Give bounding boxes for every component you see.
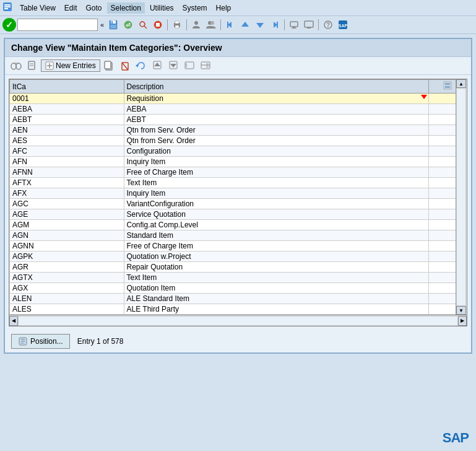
svg-rect-29 <box>305 21 313 27</box>
svg-text:SAP: SAP <box>339 24 348 28</box>
svg-point-17 <box>194 21 198 25</box>
cell-itca: AES <box>10 136 124 146</box>
table-row[interactable]: AGNStandard Item <box>10 230 467 241</box>
svg-rect-30 <box>307 27 311 28</box>
copy-button[interactable] <box>102 59 116 72</box>
config-button[interactable] <box>198 59 213 72</box>
table-row[interactable]: AGEService Quotation <box>10 209 467 220</box>
menu-help[interactable]: Help <box>212 2 235 14</box>
data-table: ItCa Description 0001RequisitionAEBAAEBA… <box>9 79 467 315</box>
print-button[interactable] <box>170 18 184 32</box>
user2-button[interactable] <box>204 18 218 32</box>
check-button[interactable] <box>182 59 197 72</box>
vscroll-down[interactable]: ▼ <box>456 306 466 315</box>
position-button[interactable]: Position... <box>11 334 70 349</box>
vscrollbar: ▲ ▼ <box>456 79 467 315</box>
cell-itca: AGTX <box>10 273 124 283</box>
main-content: Change View "Maintain Item Categories": … <box>4 38 472 354</box>
screen1-button[interactable] <box>287 18 301 32</box>
sap-button[interactable]: SAP <box>336 18 350 32</box>
menu-system[interactable]: System <box>179 2 211 14</box>
cell-desc: Inquiry Item <box>124 188 428 199</box>
table-row[interactable]: AESQtn from Serv. Order <box>10 136 467 146</box>
table-row[interactable]: ALESALE Third Party <box>10 304 467 315</box>
move-up-button[interactable] <box>150 59 165 72</box>
svg-rect-25 <box>277 22 278 28</box>
cell-desc: Text Item <box>124 178 428 188</box>
next-button[interactable] <box>268 18 282 32</box>
vscroll-track[interactable] <box>456 88 466 306</box>
cell-itca: AFC <box>10 146 124 157</box>
save-button[interactable] <box>106 18 120 32</box>
up-button[interactable] <box>238 18 252 32</box>
menu-bar: Table View Edit Goto Selection Utilities… <box>0 0 476 16</box>
delete-button[interactable] <box>118 59 132 72</box>
shortcut-button[interactable]: ⏎ <box>121 18 135 32</box>
confirm-button[interactable]: ✓ <box>2 18 16 32</box>
cell-itca: AGC <box>10 199 124 209</box>
user1-button[interactable] <box>189 18 203 32</box>
sap-logo: SAP <box>443 430 469 446</box>
prev-button[interactable] <box>223 18 237 32</box>
table-row[interactable]: AGNNFree of Charge Item <box>10 241 467 252</box>
svg-rect-13 <box>156 23 160 27</box>
svg-marker-52 <box>170 64 176 68</box>
hscroll-left[interactable]: ◀ <box>9 316 18 326</box>
menu-goto[interactable]: Goto <box>82 2 106 14</box>
table-row[interactable]: AEBTAEBT <box>10 115 467 125</box>
table-row[interactable]: AENQtn from Serv. Order <box>10 125 467 136</box>
table-row[interactable]: AFNNFree of Charge Item <box>10 167 467 178</box>
hscroll-track[interactable] <box>18 316 458 326</box>
table-row[interactable]: AGMConfig.at Comp.Level <box>10 220 467 230</box>
table-row[interactable]: AGPKQuotation w.Project <box>10 252 467 262</box>
cell-itca: AEBT <box>10 115 124 125</box>
cell-desc: Free of Charge Item <box>124 167 428 178</box>
svg-rect-59 <box>445 83 450 85</box>
menu-tableview[interactable]: Table View <box>16 2 59 14</box>
svg-rect-2 <box>4 6 11 7</box>
new-entries-button[interactable]: New Entries <box>41 59 100 72</box>
col-header-itca: ItCa <box>10 80 124 94</box>
svg-rect-7 <box>110 25 116 28</box>
new-entries-label: New Entries <box>56 61 96 70</box>
svg-point-35 <box>11 63 16 69</box>
undo-button[interactable] <box>134 59 149 72</box>
binoculars-button[interactable] <box>9 59 24 72</box>
cell-itca: AGM <box>10 220 124 230</box>
svg-rect-45 <box>105 61 111 69</box>
table-row[interactable]: ALENALE Standard Item <box>10 294 467 304</box>
nav-input[interactable] <box>17 19 98 31</box>
vscroll-up[interactable]: ▲ <box>456 79 466 88</box>
document-button[interactable] <box>25 59 40 72</box>
screen2-button[interactable] <box>302 18 316 32</box>
toolbar-sep-4 <box>284 19 285 30</box>
table-row[interactable]: AFTXText Item <box>10 178 467 188</box>
svg-rect-6 <box>111 21 113 24</box>
svg-point-19 <box>210 21 214 25</box>
table-row[interactable]: AGRRepair Quotation <box>10 262 467 273</box>
menu-edit[interactable]: Edit <box>61 2 81 14</box>
cell-desc: Inquiry Item <box>124 157 428 167</box>
help-button[interactable]: ? <box>321 18 335 32</box>
table-row[interactable]: AGTXText Item <box>10 273 467 283</box>
table-row[interactable]: 0001Requisition <box>10 94 467 104</box>
svg-point-36 <box>16 63 21 69</box>
move-down-button[interactable] <box>166 59 181 72</box>
table-row[interactable]: AFCConfiguration <box>10 146 467 157</box>
position-bar: Position... Entry 1 of 578 <box>5 330 471 352</box>
cell-desc: Free of Charge Item <box>124 241 428 252</box>
hscroll-right[interactable]: ▶ <box>458 316 467 326</box>
down-button[interactable] <box>253 18 267 32</box>
svg-marker-23 <box>256 23 264 28</box>
menu-selection[interactable]: Selection <box>107 2 145 14</box>
find-button[interactable] <box>136 18 150 32</box>
table-row[interactable]: AGXQuotation Item <box>10 283 467 294</box>
svg-line-47 <box>122 63 128 70</box>
stop-button[interactable] <box>151 18 165 32</box>
table-row[interactable]: AEBAAEBA <box>10 104 467 115</box>
table-row[interactable]: AFXInquiry Item <box>10 188 467 199</box>
cell-itca: AGR <box>10 262 124 273</box>
menu-utilities[interactable]: Utilities <box>146 2 178 14</box>
table-row[interactable]: AGCVariantConfiguration <box>10 199 467 209</box>
table-row[interactable]: AFNInquiry Item <box>10 157 467 167</box>
